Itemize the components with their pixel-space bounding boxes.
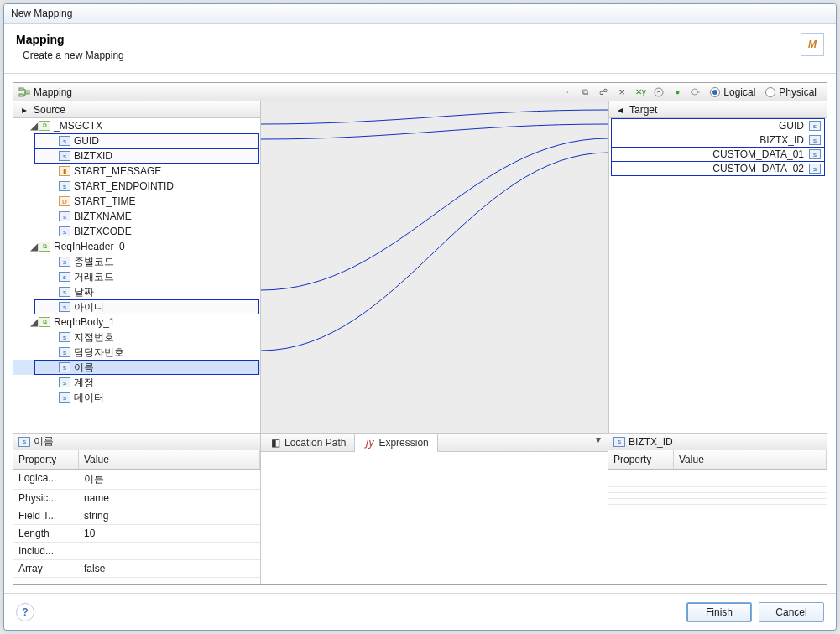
tree-group[interactable]: ◢⧉_MSGCTX bbox=[13, 118, 260, 133]
tree-item[interactable]: s거래코드 bbox=[13, 269, 260, 284]
prop-name: Includ... bbox=[13, 543, 79, 559]
prop-value: 10 bbox=[79, 525, 260, 542]
tree-item[interactable]: s담당자번호 bbox=[13, 345, 260, 360]
tree-item[interactable]: sBIZTXID bbox=[13, 148, 260, 164]
radio-physical[interactable]: Physical bbox=[765, 86, 817, 98]
tab-location-path[interactable]: ◧ Location Path bbox=[261, 434, 355, 451]
target-tree[interactable]: GUIDsBIZTX_IDsCUSTOM_DATA_01sCUSTOM_DATA… bbox=[609, 118, 827, 433]
tb-btn-5[interactable]: ✕y bbox=[633, 85, 648, 100]
tree-item[interactable]: s계정 bbox=[13, 375, 260, 390]
titlebar[interactable]: New Mapping bbox=[4, 4, 836, 24]
property-row[interactable]: Arrayfalse bbox=[13, 560, 260, 578]
finish-button[interactable]: Finish bbox=[686, 602, 752, 622]
prop-name bbox=[608, 487, 674, 492]
target-properties-head: s BIZTX_ID bbox=[608, 434, 827, 450]
cancel-button[interactable]: Cancel bbox=[759, 602, 824, 622]
help-button[interactable]: ? bbox=[16, 603, 34, 621]
tb-btn-3[interactable]: ☍ bbox=[596, 85, 611, 100]
tb-btn-4[interactable]: ⤧ bbox=[614, 85, 629, 100]
prop-name bbox=[608, 476, 674, 481]
tab-dropdown[interactable]: ▾ bbox=[589, 434, 608, 451]
tree-item[interactable]: sSTART_ENDPOINTID bbox=[13, 179, 260, 194]
tree-label: 데이터 bbox=[74, 391, 104, 405]
property-row[interactable] bbox=[608, 493, 827, 499]
target-label: CUSTOM_DATA_02 bbox=[712, 163, 804, 174]
tree-item[interactable]: s종별코드 bbox=[13, 254, 260, 269]
mapping-canvas[interactable] bbox=[261, 101, 608, 433]
prop-name bbox=[608, 493, 674, 498]
source-panel: ▸ Source ◢⧉_MSGCTXsGUIDsBIZTXID▮START_ME… bbox=[13, 101, 261, 433]
type-string-icon: s bbox=[809, 135, 821, 145]
tree-item[interactable]: sBIZTXCODE bbox=[13, 224, 260, 239]
tb-btn-6[interactable] bbox=[651, 85, 666, 100]
col-value: Value bbox=[79, 450, 260, 469]
prop-name: Physic... bbox=[13, 490, 79, 507]
type-s-icon: s bbox=[59, 211, 70, 221]
prop-value bbox=[674, 487, 827, 492]
prop-value bbox=[674, 481, 827, 486]
target-item[interactable]: CUSTOM_DATA_02s bbox=[611, 161, 825, 176]
svg-rect-1 bbox=[19, 94, 23, 96]
twisty-icon[interactable]: ◢ bbox=[29, 241, 39, 252]
tb-btn-7[interactable]: ● bbox=[670, 85, 685, 100]
type-orange-icon: ▮ bbox=[59, 166, 70, 176]
type-string-icon: s bbox=[809, 149, 821, 159]
header-icon: M bbox=[801, 33, 824, 56]
tree-item[interactable]: sBIZTXNAME bbox=[13, 209, 260, 224]
tree-label: _MSGCTX bbox=[54, 120, 102, 132]
prop-value bbox=[674, 499, 827, 504]
tree-item[interactable]: s이름 bbox=[13, 360, 260, 375]
col-value: Value bbox=[674, 450, 827, 469]
property-row[interactable]: Physic...name bbox=[13, 490, 260, 507]
type-s-icon: s bbox=[59, 136, 70, 146]
tb-btn-2[interactable]: ⧉ bbox=[577, 85, 592, 100]
source-label: Source bbox=[34, 104, 65, 116]
prop-name: Length bbox=[13, 525, 79, 542]
target-item[interactable]: CUSTOM_DATA_01s bbox=[611, 147, 825, 162]
property-row[interactable] bbox=[608, 487, 827, 493]
tree-group[interactable]: ◢⧉ReqInBody_1 bbox=[13, 314, 260, 330]
tb-btn-8[interactable]: ⧂ bbox=[688, 85, 703, 100]
property-row[interactable] bbox=[608, 499, 827, 505]
finish-label: Finish bbox=[706, 606, 733, 618]
tree-group[interactable]: ◢⧉ReqInHeader_0 bbox=[13, 239, 260, 254]
tree-item[interactable]: ▮START_MESSAGE bbox=[13, 164, 260, 179]
property-row[interactable] bbox=[608, 481, 827, 487]
property-row[interactable]: Field T...string bbox=[13, 507, 260, 525]
property-row[interactable] bbox=[608, 476, 827, 481]
prop-name: Field T... bbox=[13, 507, 79, 524]
type-s-icon: s bbox=[59, 287, 70, 297]
expression-body[interactable] bbox=[261, 452, 608, 584]
tree-item[interactable]: sGUID bbox=[13, 133, 260, 148]
target-item[interactable]: BIZTX_IDs bbox=[611, 133, 825, 148]
tb-btn-1[interactable]: ▫ bbox=[559, 85, 574, 100]
twisty-icon[interactable]: ◢ bbox=[29, 316, 39, 328]
tab-expression[interactable]: ʃy Expression bbox=[355, 434, 437, 452]
tree-label: START_MESSAGE bbox=[74, 165, 161, 177]
radio-logical[interactable]: Logical bbox=[710, 86, 755, 98]
tree-label: 종별코드 bbox=[74, 255, 114, 269]
type-s-icon: s bbox=[59, 257, 70, 267]
property-row[interactable]: Includ... bbox=[13, 543, 260, 560]
source-icon: ▸ bbox=[18, 104, 30, 116]
tree-item[interactable]: s아이디 bbox=[13, 299, 260, 314]
expression-tabs: ◧ Location Path ʃy Expression ▾ bbox=[261, 434, 608, 452]
target-item[interactable]: GUIDs bbox=[611, 118, 825, 133]
tree-item[interactable]: s데이터 bbox=[13, 390, 260, 405]
prop-value: 이름 bbox=[79, 470, 260, 489]
source-properties-table[interactable]: Property Value Logica...이름Physic...nameF… bbox=[13, 450, 260, 584]
property-row[interactable]: Length10 bbox=[13, 525, 260, 543]
tab-location-label: Location Path bbox=[284, 437, 346, 449]
target-properties-table[interactable]: Property Value bbox=[608, 450, 827, 584]
tree-item[interactable]: DSTART_TIME bbox=[13, 194, 260, 209]
tree-item[interactable]: s지점번호 bbox=[13, 330, 260, 345]
property-row[interactable] bbox=[608, 470, 827, 476]
radio-dot-icon bbox=[710, 87, 720, 97]
twisty-icon[interactable]: ◢ bbox=[29, 120, 39, 132]
property-row[interactable]: Logica...이름 bbox=[13, 470, 260, 490]
target-label: CUSTOM_DATA_01 bbox=[712, 148, 804, 160]
source-tree[interactable]: ◢⧉_MSGCTXsGUIDsBIZTXID▮START_MESSAGEsSTA… bbox=[13, 118, 260, 433]
tree-label: BIZTXCODE bbox=[74, 226, 132, 237]
col-property: Property bbox=[608, 450, 674, 469]
tree-item[interactable]: s날짜 bbox=[13, 284, 260, 299]
